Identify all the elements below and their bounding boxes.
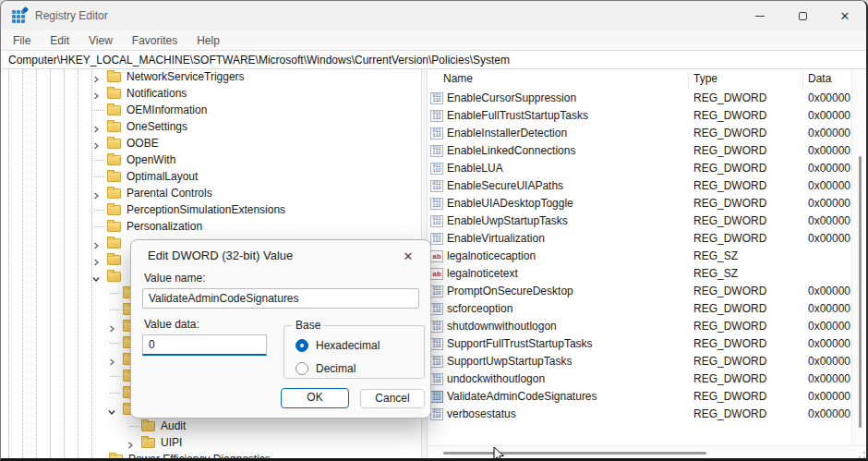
value-row-enableuiadesktoptoggle[interactable]: 011110EnableUIADesktopToggleREG_DWORD0x0…: [428, 195, 850, 212]
registry-app-icon: [12, 8, 27, 23]
value-name: EnableLinkedConnections: [447, 142, 687, 160]
chevron-right-icon[interactable]: [107, 321, 116, 331]
folder-icon: [107, 255, 121, 265]
folder-icon: [107, 89, 121, 99]
value-data-field[interactable]: 0: [142, 334, 267, 356]
folder-icon: [107, 222, 121, 232]
value-row-enablevirtualization[interactable]: 011110EnableVirtualizationREG_DWORD0x000…: [428, 230, 850, 248]
value-row-enablelinkedconnections[interactable]: 011110EnableLinkedConnectionsREG_DWORD0x…: [428, 142, 850, 160]
value-row-promptonsecuredesktop[interactable]: 011110PromptOnSecureDesktopREG_DWORD0x00…: [428, 283, 850, 300]
value-name: EnableUwpStartupTasks: [447, 212, 687, 230]
tree-item-openwith[interactable]: OpenWith: [1, 152, 421, 168]
title-bar[interactable]: Registry Editor ✕: [1, 1, 866, 30]
menu-item-view[interactable]: View: [86, 32, 115, 49]
chevron-right-icon[interactable]: [91, 255, 101, 264]
value-data: 0x0000000: [808, 177, 850, 195]
tree-connector: [94, 110, 104, 111]
column-header-type[interactable]: Type: [693, 72, 717, 85]
tree-connector: [110, 343, 120, 344]
value-row-enablelua[interactable]: 011110EnableLUAREG_DWORD0x0000000: [428, 160, 850, 177]
vertical-scrollbar[interactable]: [851, 69, 867, 445]
maximize-button[interactable]: [781, 1, 824, 30]
chevron-right-icon[interactable]: [91, 122, 101, 131]
chevron-right-icon[interactable]: [91, 188, 101, 198]
tree-item-label: OpenWith: [127, 152, 175, 168]
tree-item-oeminformation[interactable]: OEMInformation: [1, 102, 421, 118]
menu-item-edit[interactable]: Edit: [47, 32, 72, 49]
value-row-shutdownwithoutlogon[interactable]: 011110shutdownwithoutlogonREG_DWORD0x000…: [428, 318, 850, 335]
column-separator[interactable]: [688, 71, 689, 88]
minimize-button[interactable]: [739, 1, 781, 30]
folder-icon: [107, 139, 121, 149]
column-header-data[interactable]: Data: [808, 72, 831, 85]
value-row-enableuwpstartuptasks[interactable]: 011110EnableUwpStartupTasksREG_DWORD0x00…: [428, 212, 850, 230]
value-type: REG_DWORD: [693, 142, 800, 160]
ok-button[interactable]: OK: [281, 388, 349, 408]
dialog-title: Edit DWORD (32-bit) Value: [148, 249, 293, 262]
vertical-scrollbar-thumb[interactable]: [859, 156, 862, 428]
menu-item-favorites[interactable]: Favorites: [129, 32, 180, 49]
tree-item-label: Power Efficiency Diagnostics: [128, 451, 271, 460]
horizontal-scrollbar-thumb[interactable]: [443, 452, 706, 455]
resize-grip-icon[interactable]: [854, 447, 865, 458]
chevron-down-icon[interactable]: [91, 272, 101, 281]
radio-decimal[interactable]: Decimal: [295, 361, 356, 376]
reg-dword-icon: 011110: [430, 391, 443, 403]
value-row-scforceoption[interactable]: 011110scforceoptionREG_DWORD0x0000000: [428, 300, 850, 318]
chevron-right-icon[interactable]: [126, 438, 135, 447]
tree-item-oobe[interactable]: OOBE: [1, 135, 421, 152]
chevron-right-icon[interactable]: [91, 139, 101, 148]
value-type: REG_DWORD: [693, 195, 800, 212]
tree-item-uipi[interactable]: UIPI: [1, 434, 421, 451]
tree-item-audit[interactable]: Audit: [1, 418, 421, 434]
value-row-undockwithoutlogon[interactable]: 011110undockwithoutlogonREG_DWORD0x00000…: [428, 370, 850, 388]
value-row-enablefulltruststartuptasks[interactable]: 011110EnableFullTrustStartupTasksREG_DWO…: [428, 107, 850, 125]
menu-item-help[interactable]: Help: [194, 32, 223, 49]
chevron-right-icon[interactable]: [91, 89, 101, 98]
folder-icon: [141, 438, 155, 448]
chevron-down-icon[interactable]: [107, 405, 116, 414]
value-row-validateadmincodesignatures[interactable]: 011110ValidateAdminCodeSignaturesREG_DWO…: [428, 388, 850, 406]
value-name: undockwithoutlogon: [447, 370, 687, 388]
tree-item-notifications[interactable]: Notifications: [1, 85, 421, 102]
reg-dword-icon: 011110: [430, 127, 443, 140]
tree-item-power-efficiency-diagnostics[interactable]: Power Efficiency Diagnostics: [1, 451, 421, 460]
value-name-field[interactable]: ValidateAdminCodeSignatures: [142, 288, 419, 309]
tree-item-optimallayout[interactable]: OptimalLayout: [1, 168, 421, 185]
chevron-right-icon[interactable]: [107, 355, 116, 364]
value-row-legalnoticetext[interactable]: ablegalnoticetextREG_SZ: [428, 265, 850, 283]
dialog-close-button[interactable]: ✕: [395, 246, 421, 266]
value-name: EnableUIADesktopToggle: [447, 195, 687, 212]
value-row-enablesecureuiapaths[interactable]: 011110EnableSecureUIAPathsREG_DWORD0x000…: [428, 177, 850, 195]
value-row-supportuwpstartuptasks[interactable]: 011110SupportUwpStartupTasksREG_DWORD0x0…: [428, 353, 850, 370]
value-type: REG_DWORD: [693, 283, 800, 300]
chevron-right-icon[interactable]: [91, 238, 101, 248]
value-row-enablecursorsuppression[interactable]: 011110EnableCursorSuppressionREG_DWORD0x…: [428, 90, 850, 107]
column-header-name[interactable]: Name: [443, 72, 473, 85]
radio-hexadecimal[interactable]: Hexadecimal: [295, 338, 380, 353]
close-button[interactable]: ✕: [824, 1, 866, 30]
address-bar[interactable]: Computer\HKEY_LOCAL_MACHINE\SOFTWARE\Mic…: [1, 50, 866, 69]
value-row-legalnoticecaption[interactable]: ablegalnoticecaptionREG_SZ: [428, 248, 850, 265]
cancel-button[interactable]: Cancel: [360, 389, 425, 408]
tree-item-label: NetworkServiceTriggers: [127, 69, 245, 85]
value-name: legalnoticetext: [447, 265, 687, 283]
tree-item-personalization[interactable]: Personalization: [1, 218, 421, 235]
value-data: 0x0000000: [808, 300, 850, 318]
radio-selected-icon[interactable]: [295, 339, 308, 352]
value-name-text: ValidateAdminCodeSignatures: [149, 292, 299, 305]
value-row-verbosestatus[interactable]: 011110verbosestatusREG_DWORD0x0000000: [428, 406, 850, 423]
tree-item-parental-controls[interactable]: Parental Controls: [1, 185, 421, 201]
tree-item-perceptionsimulationextensions[interactable]: PerceptionSimulationExtensions: [1, 201, 421, 218]
radio-unselected-icon[interactable]: [295, 362, 308, 375]
value-row-supportfulltruststartuptasks[interactable]: 011110SupportFullTrustStartupTasksREG_DW…: [428, 335, 850, 353]
chevron-right-icon[interactable]: [91, 72, 101, 81]
tree-item-onesettings[interactable]: OneSettings: [1, 118, 421, 135]
value-row-enableinstallerdetection[interactable]: 011110EnableInstallerDetectionREG_DWORD0…: [428, 125, 850, 142]
close-icon: ✕: [840, 10, 850, 22]
column-separator[interactable]: [802, 71, 803, 88]
reg-dword-icon: 011110: [430, 338, 443, 350]
tree-item-networkservicetriggers[interactable]: NetworkServiceTriggers: [1, 69, 421, 85]
value-name: scforceoption: [447, 300, 687, 318]
menu-item-file[interactable]: File: [10, 32, 33, 49]
